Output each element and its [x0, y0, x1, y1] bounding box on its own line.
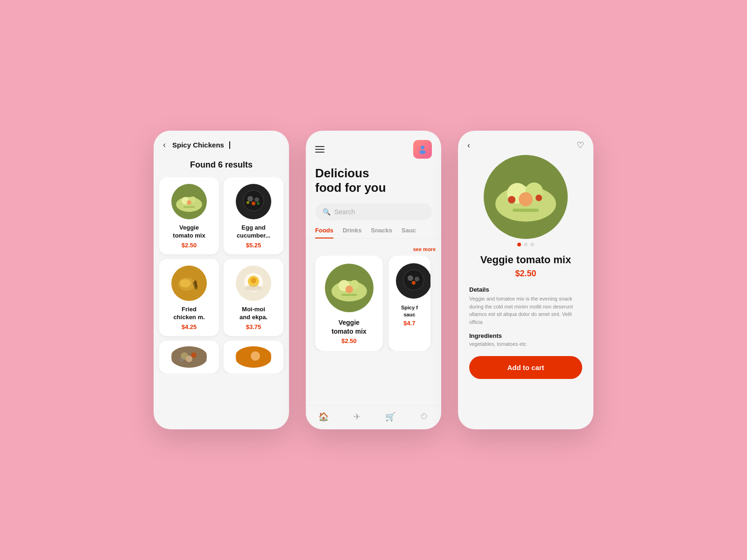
card-price-4: $3.75 [246, 323, 261, 330]
detail-back-button[interactable]: ‹ [467, 140, 470, 150]
svg-point-12 [257, 202, 260, 205]
browse-card-price-2: $4.7 [395, 320, 424, 327]
search-screen: ‹ Spicy Chickens Found 6 results [154, 131, 289, 429]
back-button[interactable]: ‹ [161, 140, 168, 150]
moimoi-icon [235, 265, 272, 302]
result-card-5[interactable] [159, 341, 219, 373]
hero-title: Delicious food for you [306, 159, 441, 197]
result-card-2[interactable]: Egg andcucumber... $5.25 [224, 177, 283, 254]
dot-3 [530, 243, 534, 246]
svg-point-26 [186, 356, 192, 362]
menu-line-1 [315, 146, 324, 147]
menu-line-3 [315, 152, 324, 153]
tab-sauce[interactable]: Sauc [402, 227, 416, 238]
svg-point-37 [345, 286, 353, 293]
menu-line-2 [315, 149, 324, 150]
svg-point-27 [179, 357, 184, 362]
ingredients-value: vegetables, tomatoes etc [469, 341, 582, 347]
svg-point-4 [187, 200, 191, 205]
results-count: Found 6 results [154, 155, 289, 177]
card-name-2: Egg andcucumber... [237, 224, 270, 240]
search-placeholder: Search [334, 208, 355, 216]
veggie-bowl-browse-icon [324, 262, 375, 314]
tab-snacks[interactable]: Snacks [371, 227, 392, 238]
svg-rect-38 [341, 294, 357, 296]
image-carousel-dots [458, 243, 593, 246]
svg-point-40 [403, 270, 424, 290]
svg-point-9 [254, 197, 259, 202]
tab-foods[interactable]: Foods [315, 227, 333, 238]
result-card-6[interactable] [224, 341, 283, 373]
food-cards-row: Veggietomato mix $2.50 Spicy fsauc $4.7 [306, 256, 441, 350]
tab-drinks[interactable]: Drinks [343, 227, 361, 238]
result-card-3[interactable]: Friedchicken m. $4.25 [159, 259, 219, 336]
svg-point-15 [180, 279, 191, 287]
svg-point-32 [419, 150, 426, 154]
dark-bowl-browse-icon [395, 262, 430, 300]
svg-point-48 [519, 192, 533, 206]
svg-rect-5 [183, 206, 195, 208]
screens-container: ‹ Spicy Chickens Found 6 results [154, 131, 593, 429]
mixed-dish-icon [170, 346, 208, 368]
search-query: Spicy Chickens [172, 141, 224, 149]
detail-screen: ‹ ♡ Veggie tomato mix $2.50 Details [458, 131, 593, 429]
card-price-1: $2.50 [182, 242, 197, 249]
bottom-nav: 🏠 ✈ 🛒 ⏲ [306, 406, 441, 429]
search-icon: 🔍 [323, 208, 331, 216]
browse-screen: Delicious food for you 🔍 Search Foods Dr… [306, 131, 441, 429]
see-more-row: see more [306, 246, 441, 252]
search-bar[interactable]: 🔍 Search [315, 203, 432, 220]
detail-food-name: Veggie tomato mix [469, 254, 582, 266]
browse-card-price-1: $2.50 [322, 337, 376, 344]
svg-point-11 [247, 201, 249, 204]
svg-point-43 [412, 281, 416, 285]
food-description: Veggie and tomatoe mix is the evening sn… [469, 295, 582, 326]
result-card-4[interactable]: Moi-moiand ekpa. $3.75 [224, 259, 283, 336]
svg-point-42 [415, 277, 419, 281]
svg-point-50 [536, 195, 542, 201]
svg-point-22 [245, 285, 262, 291]
food-image-6 [235, 346, 272, 368]
svg-point-31 [421, 146, 424, 149]
card-name-3: Friedchicken m. [173, 306, 204, 322]
browse-card-name-1: Veggietomato mix [322, 318, 376, 335]
svg-point-49 [508, 196, 515, 203]
browse-food-img-1 [324, 262, 375, 314]
text-cursor [229, 141, 230, 149]
see-more-link[interactable]: see more [413, 246, 436, 252]
svg-point-21 [251, 278, 256, 283]
search-header: ‹ Spicy Chickens [154, 131, 289, 155]
browse-card-1[interactable]: Veggietomato mix $2.50 [315, 256, 383, 350]
detail-veggie-bowl-icon [484, 155, 568, 239]
veggie-bowl-icon [170, 183, 208, 220]
browse-food-img-2 [395, 262, 430, 300]
food-image-5 [170, 346, 208, 368]
category-tabs: Foods Drinks Snacks Sauc [306, 227, 441, 239]
last-dish-icon [235, 346, 272, 368]
card-name-1: Veggietomato mix [173, 224, 205, 240]
detail-food-image [484, 155, 568, 239]
avatar[interactable] [413, 140, 432, 159]
svg-point-30 [251, 351, 260, 361]
card-price-3: $4.25 [182, 323, 197, 330]
food-image-1 [170, 183, 208, 220]
food-image-4 [235, 265, 272, 302]
dark-bowl-icon [235, 183, 272, 220]
home-nav-icon[interactable]: 🏠 [318, 412, 329, 422]
svg-point-41 [408, 275, 413, 281]
detail-food-price: $2.50 [469, 269, 582, 279]
fried-chicken-icon [170, 265, 208, 302]
card-name-4: Moi-moiand ekpa. [240, 306, 268, 322]
browse-header [306, 131, 441, 159]
browse-card-2[interactable]: Spicy fsauc $4.7 [388, 256, 430, 350]
wishlist-button[interactable]: ♡ [577, 140, 584, 150]
results-grid: Veggietomato mix $2.50 Egg andc [154, 177, 289, 373]
hamburger-menu-icon[interactable] [315, 146, 324, 153]
svg-point-8 [247, 196, 253, 202]
add-to-cart-button[interactable]: Add to cart [469, 356, 582, 379]
result-card-1[interactable]: Veggietomato mix $2.50 [159, 177, 219, 254]
history-nav-icon[interactable]: ⏲ [420, 412, 429, 422]
direction-nav-icon[interactable]: ✈ [353, 412, 360, 422]
avatar-icon [417, 144, 428, 155]
cart-nav-icon[interactable]: 🛒 [385, 412, 395, 422]
